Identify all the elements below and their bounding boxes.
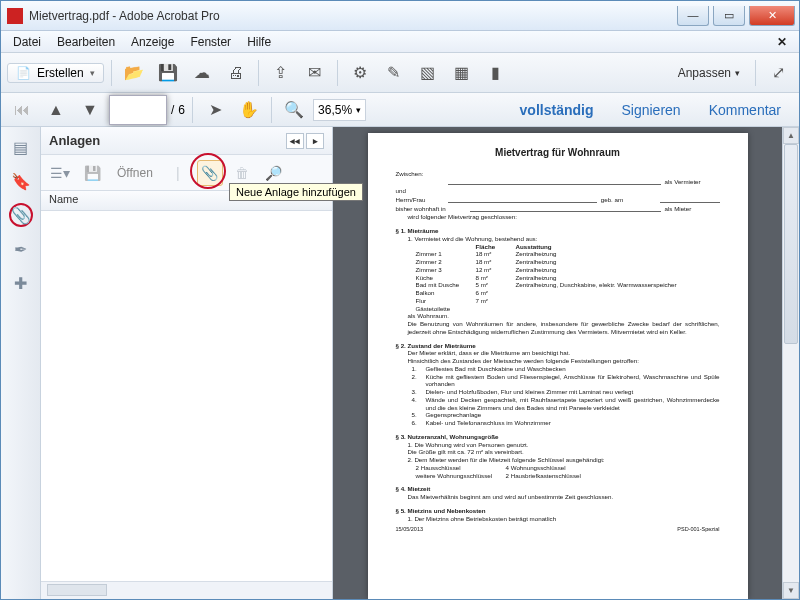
menubar: Datei Bearbeiten Anzeige Fenster Hilfe ✕ [1,31,799,53]
pdf-page: Mietvertrag für Wohnraum Zwischen: als V… [368,133,748,599]
panel-toolbar: ☰▾ 💾 Öffnen | 📎 🗑 🔎 Neue Anlage hinzufüg… [41,155,332,191]
first-page-icon[interactable]: ⏮ [7,95,37,125]
page-sep: / [171,103,174,117]
fullscreen-icon[interactable]: ⤢ [763,58,793,88]
nav-strip: ▤ 🔖 📎 ✒ ✚ [1,127,41,599]
page-number-input[interactable] [109,95,167,125]
menu-bearbeiten[interactable]: Bearbeiten [49,33,123,51]
chevron-down-icon: ▾ [356,105,361,115]
menu-anzeige[interactable]: Anzeige [123,33,182,51]
toolbar-main: 📄 Erstellen ▾ 📂 💾 ☁ 🖨 ⇪ ✉ ⚙ ✎ ▧ ▦ ▮ Anpa… [1,53,799,93]
select-tool-icon[interactable]: ➤ [200,95,230,125]
print-icon[interactable]: 🖨 [221,58,251,88]
edit-text-icon[interactable]: ✎ [379,58,409,88]
delete-attachment-icon[interactable]: 🗑 [229,160,255,186]
tools-vollstaendig-button[interactable]: vollständig [508,98,606,122]
comment-button[interactable]: Kommentar [697,98,793,122]
panel-header: Anlagen ◂◂ ▸ [41,127,332,155]
panel-hscroll[interactable] [41,581,332,599]
close-button[interactable]: ✕ [749,6,795,26]
customize-label: Anpassen [678,66,731,80]
app-window: Mietvertrag.pdf - Adobe Acrobat Pro — ▭ … [0,0,800,600]
gear-icon[interactable]: ⚙ [345,58,375,88]
maximize-button[interactable]: ▭ [713,6,745,26]
scroll-up-icon[interactable]: ▲ [783,127,799,144]
share-icon[interactable]: ⇪ [266,58,296,88]
form-icon[interactable]: ▦ [447,58,477,88]
window-title: Mietvertrag.pdf - Adobe Acrobat Pro [29,9,677,23]
acrobat-icon [7,8,23,24]
page-total: 6 [178,103,185,117]
open-attachment-button[interactable]: Öffnen [111,160,159,186]
panel-prev-icon[interactable]: ◂◂ [286,133,304,149]
attachments-icon[interactable]: 📎 [9,203,33,227]
create-label: Erstellen [37,66,84,80]
menu-datei[interactable]: Datei [5,33,49,51]
mail-icon[interactable]: ✉ [300,58,330,88]
layers-icon[interactable]: ✚ [9,271,33,295]
multimedia-icon[interactable]: ▮ [481,58,511,88]
zoom-value: 36,5% [318,103,352,117]
bookmarks-icon[interactable]: 🔖 [9,169,33,193]
tooltip: Neue Anlage hinzufügen [229,183,363,201]
panel-title: Anlagen [49,133,100,148]
sign-button[interactable]: Signieren [609,98,692,122]
save-icon[interactable]: 💾 [153,58,183,88]
cloud-icon[interactable]: ☁ [187,58,217,88]
zoom-combo[interactable]: 36,5% ▾ [313,99,366,121]
hand-tool-icon[interactable]: ✋ [234,95,264,125]
window-buttons: — ▭ ✕ [677,6,799,26]
document-viewport[interactable]: Mietvertrag für Wohnraum Zwischen: als V… [333,127,782,599]
menubar-close-icon[interactable]: ✕ [769,35,795,49]
panel-next-icon[interactable]: ▸ [306,133,324,149]
save-attachment-icon[interactable]: 💾 [79,160,105,186]
page-thumbnails-icon[interactable]: ▤ [9,135,33,159]
scroll-down-icon[interactable]: ▼ [783,582,799,599]
search-attachment-icon[interactable]: 🔎 [261,160,287,186]
chevron-down-icon: ▾ [735,68,740,78]
doc-title: Mietvertrag für Wohnraum [396,147,720,160]
titlebar: Mietvertrag.pdf - Adobe Acrobat Pro — ▭ … [1,1,799,31]
panel-list [41,211,332,581]
panel-options-icon[interactable]: ☰▾ [47,160,73,186]
create-icon: 📄 [16,66,31,80]
toolbar-nav: ⏮ ▲ ▼ / 6 ➤ ✋ 🔍 36,5% ▾ vollständig Sign… [1,93,799,127]
attachments-panel: Anlagen ◂◂ ▸ ☰▾ 💾 Öffnen | 📎 🗑 🔎 Neue An… [41,127,333,599]
minimize-button[interactable]: — [677,6,709,26]
chevron-down-icon: ▾ [90,68,95,78]
add-attachment-icon[interactable]: 📎 [197,160,223,186]
content-area: ▤ 🔖 📎 ✒ ✚ Anlagen ◂◂ ▸ ☰▾ 💾 Öffnen | 📎 [1,127,799,599]
next-page-icon[interactable]: ▼ [75,95,105,125]
zoom-marquee-icon[interactable]: 🔍 [279,95,309,125]
create-button[interactable]: 📄 Erstellen ▾ [7,63,104,83]
open-icon[interactable]: 📂 [119,58,149,88]
vertical-scrollbar[interactable]: ▲ ▼ [782,127,799,599]
scroll-thumb[interactable] [784,144,798,344]
pages-icon[interactable]: ▧ [413,58,443,88]
menu-hilfe[interactable]: Hilfe [239,33,279,51]
prev-page-icon[interactable]: ▲ [41,95,71,125]
menu-fenster[interactable]: Fenster [182,33,239,51]
signatures-icon[interactable]: ✒ [9,237,33,261]
customize-button[interactable]: Anpassen ▾ [670,62,748,84]
